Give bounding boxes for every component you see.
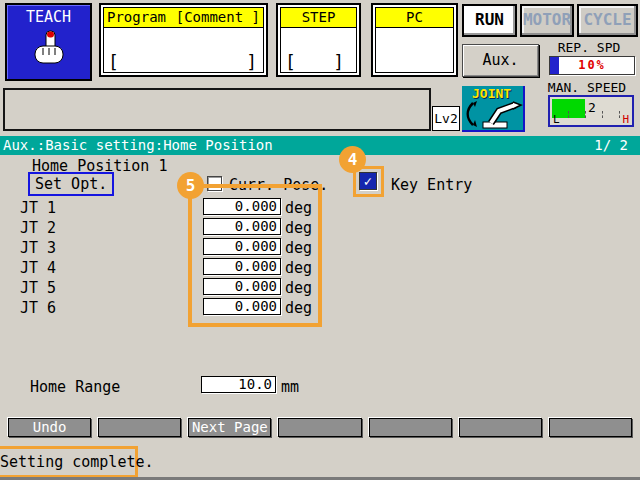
rep-spd-value: 10% xyxy=(550,57,634,74)
cycle-label: CYCLE xyxy=(583,10,631,29)
status-message: Setting complete. xyxy=(0,453,154,471)
set-opt-label: Set Opt. xyxy=(35,175,107,193)
softkey-bar: Undo Next Page xyxy=(0,418,640,439)
step-header-label: STEP xyxy=(302,8,336,27)
pointing-hand-icon xyxy=(27,28,71,72)
man-speed-high-label: H xyxy=(622,113,629,126)
level-badge: Lv2 xyxy=(432,106,460,131)
rep-spd-bar: 10% xyxy=(549,56,635,75)
jt2-label: JT 2 xyxy=(20,219,56,237)
annotation-circle-4: 4 xyxy=(339,146,366,173)
gauge-tick xyxy=(568,111,569,118)
motor-button[interactable]: MOTOR xyxy=(520,4,574,37)
home-range-label: Home Range xyxy=(30,378,120,396)
home-range-unit: mm xyxy=(281,378,299,396)
jt4-label: JT 4 xyxy=(20,259,56,277)
annotation-circle-5: 5 xyxy=(177,172,204,199)
gauge-tick xyxy=(602,111,603,118)
man-speed-low-label: L xyxy=(553,113,560,126)
step-bracket-close: ] xyxy=(333,51,344,72)
softkey-next-page[interactable]: Next Page xyxy=(188,418,271,437)
screen-title-bar: Aux.:Basic setting:Home Position 1/ 2 xyxy=(0,136,640,155)
softkey-blank-1[interactable] xyxy=(98,418,181,437)
jt1-label: JT 1 xyxy=(20,199,56,217)
step-body: [ ] xyxy=(281,28,356,72)
message-display-box xyxy=(3,88,431,131)
jt5-label: JT 5 xyxy=(20,279,56,297)
teach-mode-button[interactable]: TEACH xyxy=(5,3,92,81)
man-speed-gauge: 2 L H xyxy=(548,95,634,127)
softkey-blank-3[interactable] xyxy=(369,418,452,437)
program-bracket-close: ] xyxy=(246,51,257,72)
step-display-box[interactable]: STEP [ ] xyxy=(276,3,361,77)
teach-pendant-screen: TEACH Program [Comment ] [ ] STEP xyxy=(0,0,640,480)
run-label: RUN xyxy=(475,10,504,29)
cycle-button[interactable]: CYCLE xyxy=(577,4,638,37)
program-display-inner: Program [Comment ] [ ] xyxy=(103,7,264,73)
program-bracket-open: [ xyxy=(108,51,119,72)
step-header: STEP xyxy=(281,8,356,28)
page-indicator: 1/ 2 xyxy=(594,136,628,155)
pc-header: PC xyxy=(376,8,453,28)
aux-label: Aux. xyxy=(482,51,518,69)
robot-arm-icon xyxy=(463,99,523,129)
status-highlight: Setting complete. xyxy=(0,446,138,478)
softkey-blank-4[interactable] xyxy=(459,418,542,437)
jt3-label: JT 3 xyxy=(20,239,56,257)
pc-display-box[interactable]: PC xyxy=(371,3,458,77)
pc-display-inner: PC xyxy=(375,7,454,73)
program-display-box[interactable]: Program [Comment ] [ ] xyxy=(99,3,268,77)
program-header-label: Program xyxy=(107,8,166,27)
program-header: Program [Comment ] xyxy=(104,8,263,28)
joint-values-highlight xyxy=(188,184,322,327)
motor-label: MOTOR xyxy=(523,10,571,29)
aux-button[interactable]: Aux. xyxy=(462,44,539,77)
softkey-blank-5[interactable] xyxy=(549,418,632,437)
pc-body xyxy=(376,28,453,72)
gauge-tick xyxy=(585,111,586,118)
softkey-undo[interactable]: Undo xyxy=(8,418,91,437)
screen-title: Aux.:Basic setting:Home Position xyxy=(3,137,273,153)
teach-label: TEACH xyxy=(26,8,71,26)
set-opt-button[interactable]: Set Opt. xyxy=(28,172,114,196)
man-speed-label: MAN. SPEED xyxy=(534,80,640,95)
jt6-label: JT 6 xyxy=(20,299,56,317)
rep-spd-label: REP. SPD xyxy=(540,40,638,55)
pc-header-label: PC xyxy=(406,8,423,27)
gauge-tick xyxy=(619,111,620,118)
comment-header-label: [Comment ] xyxy=(176,8,260,27)
softkey-blank-2[interactable] xyxy=(278,418,361,437)
step-display-inner: STEP [ ] xyxy=(280,7,357,73)
step-bracket-open: [ xyxy=(285,51,296,72)
home-range-input[interactable]: 10.0 xyxy=(201,376,276,393)
joint-mode-button[interactable]: JOINT xyxy=(462,86,525,132)
man-speed-value: 2 xyxy=(588,100,596,115)
program-body: [ ] xyxy=(104,28,263,72)
key-entry-label: Key Entry xyxy=(391,176,472,194)
run-button[interactable]: RUN xyxy=(462,4,517,37)
